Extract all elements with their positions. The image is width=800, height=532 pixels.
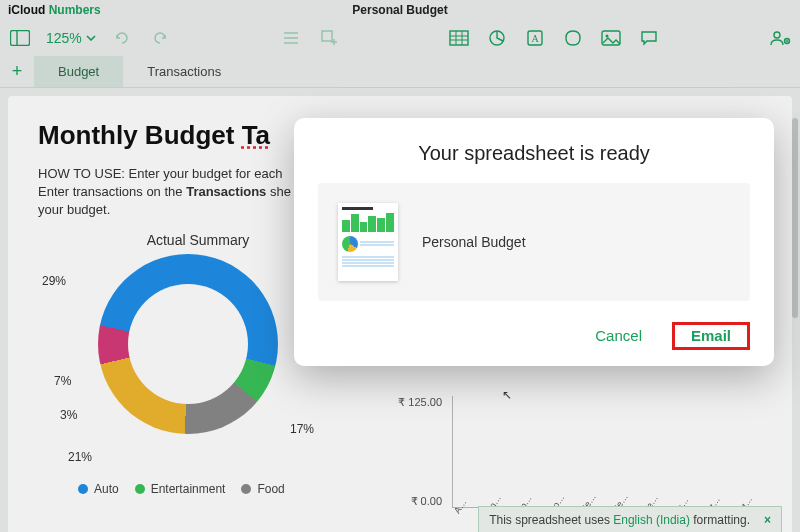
scrollbar-indicator[interactable] bbox=[792, 118, 798, 318]
modal-preview: Personal Budget bbox=[318, 183, 750, 301]
modal-title: Your spreadsheet is ready bbox=[318, 142, 750, 165]
email-highlight: Email bbox=[672, 322, 750, 350]
email-button[interactable]: Email bbox=[681, 321, 741, 350]
cancel-button[interactable]: Cancel bbox=[585, 321, 652, 350]
export-ready-modal: Your spreadsheet is ready Personal Budge… bbox=[294, 118, 774, 366]
document-thumbnail bbox=[338, 203, 398, 281]
modal-document-name: Personal Budget bbox=[422, 234, 526, 250]
modal-actions: Cancel Email bbox=[318, 321, 750, 350]
